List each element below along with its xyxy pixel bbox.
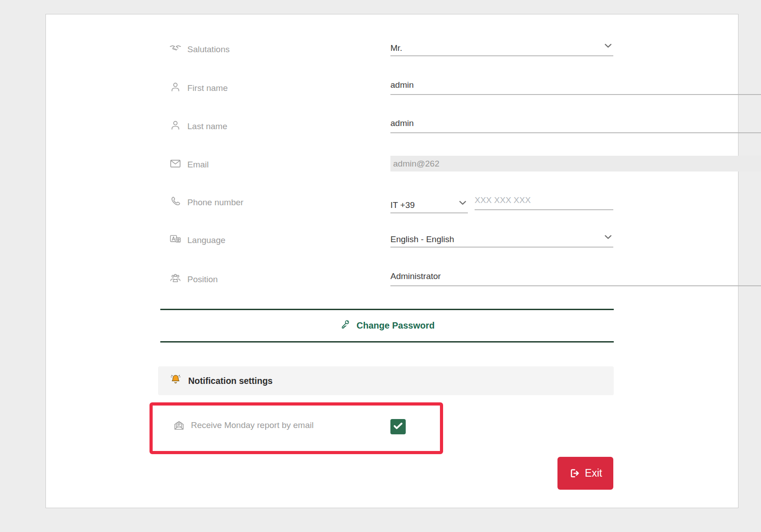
language-label-group: Language bbox=[169, 230, 226, 247]
change-password-label: Change Password bbox=[357, 320, 435, 331]
position-input[interactable] bbox=[390, 269, 761, 286]
profile-card: Salutations Mr. First name bbox=[45, 14, 738, 508]
logout-icon bbox=[569, 468, 580, 479]
notification-settings-title: Notification settings bbox=[188, 376, 272, 386]
chevron-down-icon bbox=[458, 198, 468, 210]
notification-settings-header: Notification settings bbox=[158, 366, 614, 395]
bell-icon bbox=[169, 374, 182, 388]
email-label-group: Email bbox=[169, 154, 209, 171]
last-name-label-group: Last name bbox=[169, 116, 227, 133]
field-label: Email bbox=[187, 160, 209, 170]
exit-button-label: Exit bbox=[585, 467, 602, 479]
language-select[interactable]: English - English bbox=[390, 230, 613, 248]
check-icon bbox=[392, 420, 404, 433]
user-icon bbox=[169, 119, 181, 131]
field-label: Language bbox=[187, 235, 226, 245]
position-label-group: Position bbox=[169, 269, 218, 286]
last-name-input[interactable] bbox=[390, 116, 761, 133]
field-label: Salutations bbox=[187, 45, 230, 54]
open-mail-icon bbox=[173, 419, 185, 432]
salutations-select-value: Mr. bbox=[390, 43, 402, 53]
team-icon bbox=[169, 272, 181, 284]
exit-button[interactable]: Exit bbox=[557, 457, 613, 490]
chevron-down-icon bbox=[603, 232, 613, 244]
mail-icon bbox=[169, 158, 181, 170]
salutations-select[interactable]: Mr. bbox=[390, 39, 613, 56]
phone-field-group: IT +39 bbox=[390, 193, 613, 210]
phone-icon bbox=[169, 195, 181, 207]
language-icon bbox=[169, 233, 181, 245]
user-icon bbox=[169, 81, 181, 93]
phone-number-input[interactable] bbox=[475, 193, 613, 210]
phone-label-group: Phone number bbox=[169, 192, 244, 209]
change-password-button[interactable]: Change Password bbox=[160, 317, 614, 334]
field-label: Phone number bbox=[187, 198, 244, 207]
email-input[interactable] bbox=[390, 156, 761, 171]
field-label: First name bbox=[187, 83, 228, 93]
chevron-down-icon bbox=[603, 41, 613, 53]
handshake-icon bbox=[169, 42, 181, 54]
monday-report-label-group: Receive Monday report by email bbox=[173, 417, 313, 434]
monday-report-label: Receive Monday report by email bbox=[191, 420, 313, 430]
monday-report-checkbox[interactable] bbox=[390, 419, 406, 434]
salutations-label-group: Salutations bbox=[169, 39, 230, 56]
first-name-label-group: First name bbox=[169, 78, 228, 95]
field-label: Last name bbox=[187, 122, 227, 131]
country-code-value: IT +39 bbox=[390, 200, 415, 210]
divider-line bbox=[160, 309, 614, 310]
page-background: Salutations Mr. First name bbox=[0, 0, 761, 532]
language-select-value: English - English bbox=[390, 234, 454, 244]
key-icon bbox=[340, 319, 351, 333]
divider-line bbox=[160, 341, 614, 343]
field-label: Position bbox=[187, 275, 218, 284]
country-code-select[interactable]: IT +39 bbox=[390, 193, 468, 213]
first-name-input[interactable] bbox=[390, 78, 761, 95]
